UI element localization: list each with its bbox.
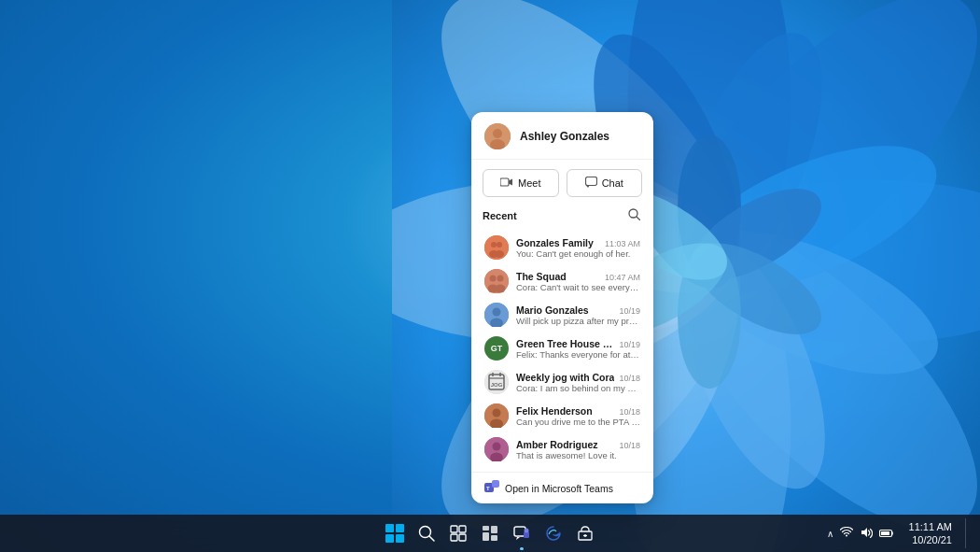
taskbar-right: ∧ (825, 518, 969, 549)
user-name: Ashley Gonzales (520, 130, 609, 143)
chat-time: 10/19 (619, 340, 640, 349)
chat-preview: Cora: Can't wait to see everyone! (516, 282, 640, 292)
chat-time: 11:03 AM (605, 239, 640, 248)
start-button[interactable] (382, 520, 408, 546)
chat-name-row: Green Tree House PTA 10/19 (516, 338, 640, 349)
chat-icon (585, 177, 597, 191)
svg-rect-62 (459, 526, 466, 532)
svg-rect-68 (491, 535, 497, 541)
battery-icon[interactable] (877, 525, 896, 543)
svg-point-57 (494, 481, 498, 486)
chat-avatar (484, 437, 509, 461)
list-item[interactable]: Amber Rodriguez 10/18 That is awesome! L… (483, 432, 642, 466)
chat-name: Amber Rodriguez (516, 439, 598, 450)
avatar-image (484, 123, 511, 149)
chat-name-row: Amber Rodriguez 10/18 (516, 439, 640, 450)
chat-content: Weekly jog with Cora 10/18 Cora: I am so… (516, 372, 640, 393)
svg-point-36 (490, 276, 497, 282)
open-teams-label: Open in Microsoft Teams (505, 483, 613, 494)
chat-name: Mario Gonzales (516, 304, 589, 316)
chat-button[interactable]: Chat (567, 169, 643, 197)
svg-point-24 (493, 129, 502, 138)
recent-header: Recent (483, 206, 642, 225)
taskbar: ∧ (0, 515, 980, 552)
list-item[interactable]: JOG Weekly jog with Cora 10/18 Cora: I a… (483, 365, 642, 399)
svg-line-60 (429, 536, 434, 541)
chat-taskbar-button[interactable] (509, 520, 535, 546)
system-tray: ∧ (825, 525, 896, 543)
chat-preview: Cora: I am so behind on my step goals. (516, 383, 640, 393)
widgets-button[interactable] (477, 520, 503, 546)
tray-expand-icon[interactable]: ∧ (825, 527, 835, 541)
chat-avatar (484, 235, 509, 260)
clock-time: 11:11 AM (909, 520, 952, 533)
chat-name: Green Tree House PTA (516, 338, 615, 349)
chat-content: Gonzales Family 11:03 AM You: Can't get … (516, 237, 640, 259)
chat-time: 10/19 (619, 306, 640, 316)
svg-rect-66 (491, 526, 497, 533)
svg-rect-26 (500, 178, 509, 186)
list-item[interactable]: The Squad 10:47 AM Cora: Can't wait to s… (483, 264, 642, 298)
list-item[interactable]: Felix Henderson 10/18 Can you drive me t… (483, 399, 642, 432)
chat-avatar (484, 403, 509, 428)
chat-preview: Will pick up pizza after my practice. (516, 316, 640, 326)
list-item[interactable]: Mario Gonzales 10/19 Will pick up pizza … (483, 298, 642, 332)
recent-section: Recent (471, 206, 653, 472)
chat-content: Amber Rodriguez 10/18 That is awesome! L… (516, 439, 640, 460)
clock-date: 10/20/21 (909, 533, 952, 546)
chat-list: Gonzales Family 11:03 AM You: Can't get … (483, 231, 642, 466)
list-item[interactable]: GT Green Tree House PTA 10/19 Felix: Tha… (483, 332, 642, 365)
open-teams-footer[interactable]: T Open in Microsoft Teams (471, 472, 653, 503)
chat-name-row: Gonzales Family 11:03 AM (516, 237, 640, 248)
meet-label: Meet (518, 177, 540, 189)
taskbar-clock[interactable]: 11:11 AM 10/20/21 (903, 518, 958, 549)
svg-line-29 (637, 217, 640, 220)
svg-text:T: T (486, 486, 490, 491)
chat-content: Mario Gonzales 10/19 Will pick up pizza … (516, 304, 640, 326)
store-button[interactable] (572, 520, 598, 546)
chat-name-row: Mario Gonzales 10/19 (516, 304, 640, 316)
svg-rect-65 (483, 526, 489, 531)
wifi-icon[interactable] (838, 525, 855, 543)
chat-name-row: Weekly jog with Cora 10/18 (516, 372, 640, 383)
svg-point-71 (525, 529, 529, 533)
chat-time: 10/18 (619, 374, 640, 383)
chat-name-row: Felix Henderson 10/18 (516, 405, 640, 417)
chat-name: Gonzales Family (516, 237, 594, 248)
chat-popup: Ashley Gonzales Meet Chat Rec (471, 112, 653, 503)
chat-preview: Felix: Thanks everyone for attending tod… (516, 349, 640, 360)
svg-rect-67 (483, 532, 489, 541)
popup-actions: Meet Chat (471, 160, 653, 206)
svg-point-41 (493, 308, 501, 317)
chat-avatar: JOG (484, 370, 509, 394)
chat-preview: Can you drive me to the PTA today? (516, 417, 640, 427)
chat-content: Felix Henderson 10/18 Can you drive me t… (516, 405, 640, 427)
windows-logo (385, 524, 404, 543)
svg-marker-75 (861, 528, 867, 537)
meet-button[interactable]: Meet (483, 169, 559, 197)
chat-preview: You: Can't get enough of her. (516, 248, 640, 259)
svg-point-32 (497, 242, 502, 248)
svg-point-37 (497, 276, 504, 282)
svg-rect-63 (451, 534, 457, 541)
popup-header: Ashley Gonzales (471, 112, 653, 160)
svg-rect-64 (459, 534, 466, 541)
chat-label: Chat (602, 177, 623, 189)
svg-point-50 (493, 409, 501, 418)
teams-icon: T (484, 480, 499, 496)
svg-point-39 (496, 285, 506, 293)
svg-rect-77 (881, 531, 889, 535)
video-icon (500, 177, 513, 190)
volume-icon[interactable] (858, 525, 875, 543)
taskview-button[interactable] (445, 520, 471, 546)
list-item[interactable]: Gonzales Family 11:03 AM You: Can't get … (483, 231, 642, 264)
chat-avatar (484, 303, 509, 327)
show-desktop-button[interactable] (965, 518, 969, 548)
edge-button[interactable] (540, 520, 567, 546)
search-recent-icon[interactable] (626, 206, 642, 225)
chat-avatar (484, 269, 509, 293)
search-button[interactable] (413, 520, 440, 546)
svg-rect-27 (585, 177, 596, 185)
chat-name: Felix Henderson (516, 405, 593, 417)
taskbar-center (382, 520, 598, 546)
